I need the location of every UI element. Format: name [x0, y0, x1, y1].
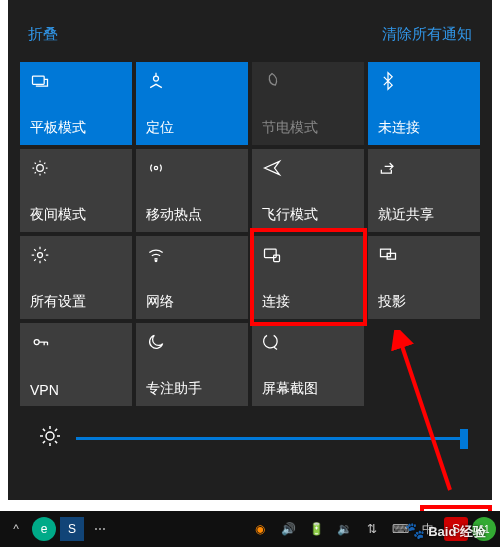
clear-all-link[interactable]: 清除所有通知 — [382, 25, 472, 44]
tile-label: 平板模式 — [30, 119, 122, 137]
tray-network-icon[interactable]: ⇅ — [360, 517, 384, 541]
moon-icon — [146, 331, 238, 353]
svg-point-5 — [155, 260, 157, 262]
location-icon — [146, 70, 238, 92]
quick-actions-grid: 平板模式定位节电模式未连接夜间模式移动热点飞行模式就近共享所有设置网络连接投影V… — [20, 62, 480, 406]
tray-sound-icon[interactable]: 🔊 — [276, 517, 300, 541]
paw-icon: 🐾 — [405, 522, 425, 539]
tile-vpn[interactable]: VPN — [20, 323, 132, 406]
brightness-slider[interactable] — [38, 424, 468, 452]
gear-icon — [30, 244, 122, 266]
leaf-icon — [262, 70, 354, 92]
tile-tablet-mode[interactable]: 平板模式 — [20, 62, 132, 145]
tile-network[interactable]: 网络 — [136, 236, 248, 319]
svg-point-10 — [34, 340, 39, 345]
svg-point-3 — [154, 166, 157, 169]
tile-label: 所有设置 — [30, 293, 122, 311]
tile-connect[interactable]: 连接 — [252, 236, 364, 319]
svg-point-2 — [37, 165, 44, 172]
tile-airplane[interactable]: 飞行模式 — [252, 149, 364, 232]
tile-battery-saver[interactable]: 节电模式 — [252, 62, 364, 145]
svg-point-1 — [154, 76, 159, 81]
tile-nearby-share[interactable]: 就近共享 — [368, 149, 480, 232]
connect-icon — [262, 244, 354, 266]
tile-label: 节电模式 — [262, 119, 354, 137]
svg-rect-0 — [33, 76, 45, 84]
brightness-icon — [38, 424, 62, 452]
snip-icon — [262, 331, 354, 353]
action-center-header: 折叠 清除所有通知 — [20, 10, 480, 58]
taskbar-chevron-up-icon[interactable]: ^ — [4, 517, 28, 541]
tray-battery-icon[interactable]: 🔋 — [304, 517, 328, 541]
brightness-track[interactable] — [76, 437, 468, 440]
share-icon — [378, 157, 470, 179]
tile-label: 网络 — [146, 293, 238, 311]
tile-focus-assist[interactable]: 专注助手 — [136, 323, 248, 406]
tile-bluetooth[interactable]: 未连接 — [368, 62, 480, 145]
tile-label: 夜间模式 — [30, 206, 122, 224]
tray-volume-icon[interactable]: 🔉 — [332, 517, 356, 541]
tile-label: 飞行模式 — [262, 206, 354, 224]
tile-label: VPN — [30, 382, 122, 398]
taskbar-app-icon[interactable]: S — [60, 517, 84, 541]
tile-label: 投影 — [378, 293, 470, 311]
tile-hotspot[interactable]: 移动热点 — [136, 149, 248, 232]
tile-project[interactable]: 投影 — [368, 236, 480, 319]
collapse-link[interactable]: 折叠 — [28, 25, 58, 44]
taskbar-more-icon[interactable]: ⋯ — [88, 517, 112, 541]
tray-360-icon[interactable]: ◉ — [248, 517, 272, 541]
tile-label: 屏幕截图 — [262, 380, 354, 398]
svg-rect-6 — [265, 249, 277, 257]
tile-label: 移动热点 — [146, 206, 238, 224]
tile-label: 定位 — [146, 119, 238, 137]
wifi-icon — [146, 244, 238, 266]
tile-label: 专注助手 — [146, 380, 238, 398]
tile-screenshot[interactable]: 屏幕截图 — [252, 323, 364, 406]
vpn-icon — [30, 331, 122, 353]
sun-icon — [30, 157, 122, 179]
brightness-thumb[interactable] — [460, 429, 468, 449]
tile-all-settings[interactable]: 所有设置 — [20, 236, 132, 319]
tile-label: 就近共享 — [378, 206, 470, 224]
tile-label: 连接 — [262, 293, 354, 311]
tablet-icon — [30, 70, 122, 92]
bluetooth-icon — [378, 70, 470, 92]
airplane-icon — [262, 157, 354, 179]
hotspot-icon — [146, 157, 238, 179]
svg-point-4 — [38, 253, 43, 258]
project-icon — [378, 244, 470, 266]
tile-location[interactable]: 定位 — [136, 62, 248, 145]
tile-label: 未连接 — [378, 119, 470, 137]
taskbar-edge-icon[interactable]: e — [32, 517, 56, 541]
action-center-panel: 折叠 清除所有通知 平板模式定位节电模式未连接夜间模式移动热点飞行模式就近共享所… — [8, 0, 492, 500]
svg-point-11 — [46, 432, 54, 440]
watermark: 🐾 Baid 经验 — [405, 521, 486, 541]
tile-night-light[interactable]: 夜间模式 — [20, 149, 132, 232]
